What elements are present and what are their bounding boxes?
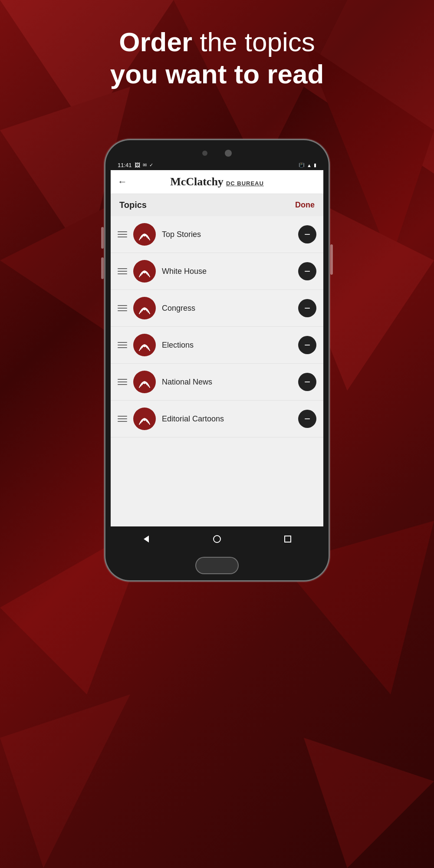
remove-topic-button[interactable]: − — [298, 336, 316, 354]
recents-nav-button[interactable] — [281, 533, 294, 546]
drag-handle[interactable] — [118, 416, 127, 422]
topic-icon — [133, 371, 156, 393]
vibrate-icon: 📳 — [299, 162, 305, 168]
drag-handle[interactable] — [118, 379, 127, 385]
svg-rect-19 — [285, 536, 291, 542]
status-time: 11:41 — [118, 162, 132, 168]
app-logo: McClatchy DC BUREAU — [170, 175, 264, 188]
topics-list: Top Stories − White — [111, 216, 323, 526]
topic-icon — [133, 334, 156, 356]
remove-topic-button[interactable]: − — [298, 410, 316, 428]
back-button[interactable]: ← — [118, 176, 127, 187]
battery-icon: ▮ — [314, 162, 316, 168]
home-nav-button[interactable] — [210, 533, 224, 546]
topic-item: White House − — [111, 253, 323, 290]
remove-topic-button[interactable]: − — [298, 373, 316, 391]
logo-main-text: McClatchy — [170, 175, 224, 188]
topic-icon — [133, 223, 156, 246]
topic-item: National News − — [111, 364, 323, 401]
topic-label: White House — [162, 267, 292, 276]
headline-bold: Order — [119, 27, 192, 57]
mail-icon: ✉ — [143, 162, 147, 168]
topic-item: Editorial Cartoons − — [111, 401, 323, 437]
topic-item: Congress − — [111, 290, 323, 327]
drag-handle[interactable] — [118, 268, 127, 274]
topic-label: Elections — [162, 341, 292, 350]
topics-title: Topics — [119, 200, 147, 210]
topic-label: Top Stories — [162, 230, 292, 239]
topic-icon — [133, 260, 156, 283]
home-pill-button[interactable] — [195, 557, 239, 574]
remove-topic-button[interactable]: − — [298, 299, 316, 317]
svg-marker-10 — [304, 738, 434, 868]
topic-label: National News — [162, 378, 292, 387]
power-button — [330, 244, 333, 275]
headline-light: the topics — [200, 27, 315, 57]
done-button[interactable]: Done — [295, 201, 315, 210]
volume-up-button — [101, 227, 104, 249]
topic-item: Elections − — [111, 327, 323, 364]
remove-topic-button[interactable]: − — [298, 225, 316, 243]
wifi-icon: ▲ — [307, 163, 312, 168]
earpiece-speaker — [225, 150, 232, 157]
volume-down-button — [101, 257, 104, 279]
app-screen: ← McClatchy DC BUREAU Topics Done — [111, 170, 323, 526]
topics-header: Topics Done — [111, 194, 323, 216]
svg-point-18 — [214, 536, 220, 542]
headline-line2: you want to read — [22, 58, 412, 90]
svg-marker-17 — [144, 536, 149, 542]
drag-handle[interactable] — [118, 305, 127, 311]
topic-label: Editorial Cartoons — [162, 414, 292, 424]
front-camera — [202, 151, 207, 156]
topic-icon — [133, 408, 156, 430]
app-header: ← McClatchy DC BUREAU — [111, 170, 323, 194]
photo-icon: 🖼 — [135, 162, 140, 168]
check-icon: ✓ — [149, 162, 153, 168]
bottom-nav-bar — [111, 526, 323, 552]
back-nav-button[interactable] — [140, 533, 153, 546]
camera-area — [202, 150, 232, 157]
logo-sub-text: DC BUREAU — [226, 180, 264, 187]
svg-marker-9 — [0, 694, 130, 868]
topic-item: Top Stories − — [111, 216, 323, 253]
topic-label: Congress — [162, 304, 292, 313]
headline: Order the topics you want to read — [22, 26, 412, 91]
topic-icon — [133, 297, 156, 319]
drag-handle[interactable] — [118, 342, 127, 348]
status-bar: 11:41 🖼 ✉ ✓ 📳 ▲ ▮ — [111, 160, 323, 170]
phone-frame: 11:41 🖼 ✉ ✓ 📳 ▲ ▮ ← McClatchy DC BUREAU … — [104, 139, 330, 582]
drag-handle[interactable] — [118, 231, 127, 237]
remove-topic-button[interactable]: − — [298, 262, 316, 280]
